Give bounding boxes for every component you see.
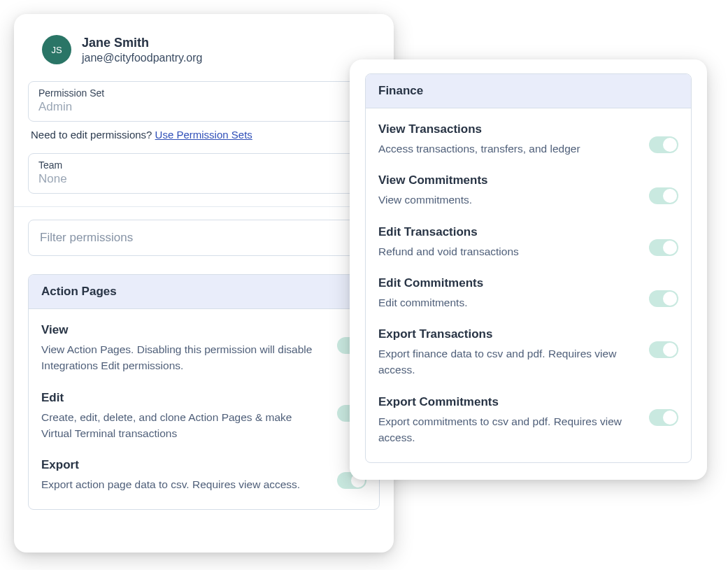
perm-text: Export Export action page data to csv. R… <box>41 458 323 492</box>
perm-desc: Refund and void transactions <box>378 243 635 259</box>
perm-desc: Export action page data to csv. Requires… <box>41 476 323 492</box>
perm-desc: Export commitments to csv and pdf. Requi… <box>378 413 635 446</box>
perm-title: Edit Transactions <box>378 225 635 239</box>
perm-title: View Transactions <box>378 122 635 136</box>
perm-title: View <box>41 323 323 337</box>
permissions-hint: Need to edit permissions? Use Permission… <box>31 129 377 141</box>
perm-row-view-commitments: View Commitments View commitments. <box>378 164 678 215</box>
perm-title: Export Commitments <box>378 395 635 409</box>
group-body-finance: View Transactions Access transactions, t… <box>366 108 691 462</box>
perm-title: View Commitments <box>378 173 635 187</box>
permission-set-value: Admin <box>38 100 369 114</box>
perm-title: Edit <box>41 391 323 405</box>
toggle-finance-export-transactions[interactable] <box>649 341 678 358</box>
user-meta: Jane Smith jane@cityfoodpantry.org <box>82 36 202 64</box>
team-label: Team <box>38 159 369 171</box>
perm-desc: Access transactions, transfers, and ledg… <box>378 141 635 157</box>
filter-permissions-input[interactable] <box>38 230 369 245</box>
avatar: JS <box>42 35 71 64</box>
perm-row-export-transactions: Export Transactions Export finance data … <box>378 318 678 385</box>
user-name: Jane Smith <box>82 36 202 50</box>
perm-title: Edit Commitments <box>378 276 635 290</box>
group-header-action-pages: Action Pages <box>29 275 379 309</box>
perm-text: Export Commitments Export commitments to… <box>378 395 635 446</box>
group-body-action-pages: View View Action Pages. Disabling this p… <box>29 309 379 509</box>
perm-text: View Commitments View commitments. <box>378 173 635 208</box>
hint-text: Need to edit permissions? <box>31 129 155 141</box>
perm-title: Export Transactions <box>378 327 635 341</box>
perm-text: View View Action Pages. Disabling this p… <box>41 323 323 374</box>
toggle-finance-view-transactions[interactable] <box>649 136 678 153</box>
action-pages-group: Action Pages View View Action Pages. Dis… <box>28 274 380 510</box>
perm-text: View Transactions Access transactions, t… <box>378 122 635 157</box>
user-permissions-panel: JS Jane Smith jane@cityfoodpantry.org Pe… <box>14 14 394 553</box>
permission-set-select[interactable]: Permission Set Admin <box>28 81 380 122</box>
perm-row-view: View View Action Pages. Disabling this p… <box>41 313 366 381</box>
user-email: jane@cityfoodpantry.org <box>82 52 202 64</box>
perm-text: Edit Create, edit, delete, and clone Act… <box>41 391 323 442</box>
team-select[interactable]: Team None <box>28 153 380 194</box>
perm-text: Edit Commitments Edit commitments. <box>378 276 635 311</box>
toggle-finance-view-commitments[interactable] <box>649 187 678 204</box>
perm-text: Export Transactions Export finance data … <box>378 327 635 378</box>
perm-row-view-transactions: View Transactions Access transactions, t… <box>378 113 678 164</box>
perm-title: Export <box>41 458 323 472</box>
filter-permissions-box[interactable] <box>28 220 380 256</box>
perm-row-export: Export Export action page data to csv. R… <box>41 448 366 499</box>
use-permission-sets-link[interactable]: Use Permission Sets <box>155 129 252 141</box>
permission-set-label: Permission Set <box>38 87 369 99</box>
user-header: JS Jane Smith jane@cityfoodpantry.org <box>28 35 380 78</box>
team-value: None <box>38 172 369 186</box>
perm-row-edit: Edit Create, edit, delete, and clone Act… <box>41 381 366 449</box>
finance-group: Finance View Transactions Access transac… <box>365 73 692 463</box>
finance-permissions-panel: Finance View Transactions Access transac… <box>350 59 707 480</box>
group-header-finance: Finance <box>366 74 691 108</box>
perm-row-export-commitments: Export Commitments Export commitments to… <box>378 385 678 453</box>
perm-desc: View Action Pages. Disabling this permis… <box>41 341 323 374</box>
toggle-finance-edit-transactions[interactable] <box>649 239 678 256</box>
perm-text: Edit Transactions Refund and void transa… <box>378 225 635 259</box>
perm-desc: Edit commitments. <box>378 294 635 311</box>
perm-desc: Export finance data to csv and pdf. Requ… <box>378 345 635 378</box>
divider <box>14 206 394 207</box>
perm-desc: View commitments. <box>378 192 635 208</box>
perm-row-edit-commitments: Edit Commitments Edit commitments. <box>378 266 678 318</box>
toggle-finance-export-commitments[interactable] <box>649 409 678 426</box>
perm-desc: Create, edit, delete, and clone Action P… <box>41 409 323 442</box>
perm-row-edit-transactions: Edit Transactions Refund and void transa… <box>378 215 678 266</box>
toggle-finance-edit-commitments[interactable] <box>649 290 678 307</box>
